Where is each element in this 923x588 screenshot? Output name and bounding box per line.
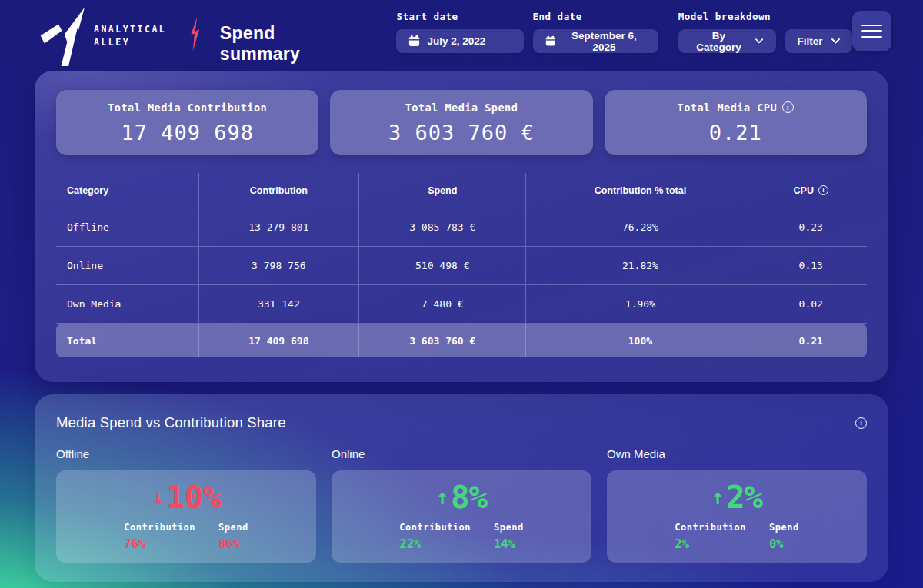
- delta-indicator: ↑ 8%: [436, 482, 488, 513]
- spend-value: 14%: [494, 537, 524, 551]
- category-dropdown[interactable]: By Category: [678, 29, 776, 53]
- table-row-online: Online 3 798 756 510 498 € 21.82% 0.13: [56, 247, 867, 285]
- share-column-offline: Offline ↓ 10% Contribution 76% Spend 86%: [56, 447, 316, 563]
- col-header-cpu: CPU i: [755, 173, 867, 208]
- total-cpu-card: Total Media CPU i 0.21: [605, 90, 867, 155]
- spend-vs-contribution-panel: Media Spend vs Contribution Share i Offl…: [35, 394, 888, 582]
- cell-contribution: 17 409 698: [199, 324, 360, 357]
- contribution-value: 2%: [675, 537, 746, 551]
- info-icon[interactable]: i: [782, 101, 794, 113]
- arrow-up-icon: ↑: [436, 487, 448, 507]
- filter-dropdown-label: Filter: [798, 35, 823, 47]
- top-bar: ANALYTICAL ALLEY Spend summary Start dat…: [0, 0, 923, 71]
- spend-value: 0%: [769, 537, 799, 551]
- delta-value: 8%: [451, 482, 487, 513]
- cell-cpu: 0.13: [755, 247, 867, 285]
- brand-logo: ANALYTICAL ALLEY: [37, 6, 166, 66]
- cell-category: Total: [56, 324, 199, 357]
- delta-indicator: ↓ 10%: [152, 482, 221, 513]
- cell-contribution: 13 279 801: [199, 208, 360, 247]
- share-card-online: ↑ 8% Contribution 22% Spend 14%: [332, 470, 591, 563]
- arrow-up-icon: ↑: [711, 487, 724, 507]
- cell-category: Offline: [56, 208, 199, 247]
- info-icon[interactable]: i: [818, 185, 828, 195]
- category-label: Online: [332, 447, 591, 460]
- category-table: Category Contribution Spend Contribution…: [56, 173, 867, 357]
- start-date-picker[interactable]: July 2, 2022: [396, 29, 523, 53]
- card-value: 17 409 698: [121, 121, 254, 145]
- table-row-total: Total 17 409 698 3 603 760 € 100% 0.21: [56, 324, 867, 357]
- card-value: 0.21: [709, 121, 762, 145]
- contribution-value: 76%: [124, 537, 195, 551]
- arrow-down-icon: ↓: [152, 487, 164, 507]
- total-spend-card: Total Media Spend 3 603 760 €: [330, 90, 592, 155]
- chevron-down-icon: [831, 38, 840, 44]
- delta-value: 2%: [726, 482, 762, 513]
- filter-dropdown[interactable]: Filter: [785, 29, 852, 53]
- card-title: Total Media Contribution: [108, 101, 267, 114]
- share-cards-grid: Offline ↓ 10% Contribution 76% Spend 86%: [56, 447, 867, 563]
- section-title: Media Spend vs Contribution Share: [56, 414, 286, 431]
- contribution-stat: Contribution 22%: [399, 522, 471, 551]
- spend-summary-panel: Total Media Contribution 17 409 698 Tota…: [35, 71, 888, 382]
- card-title: Total Media CPU i: [678, 101, 794, 114]
- cell-contribution: 3 798 756: [199, 247, 360, 285]
- chevron-down-icon: [755, 38, 763, 44]
- col-header-category: Category: [56, 173, 199, 208]
- contribution-stat: Contribution 2%: [675, 522, 746, 551]
- cell-cpu: 0.23: [755, 208, 867, 247]
- cell-category: Own Media: [56, 285, 199, 324]
- calendar-icon: [408, 35, 420, 47]
- cell-spend: 3 085 783 €: [359, 208, 526, 247]
- cell-contribution-pct: 21.82%: [526, 247, 755, 285]
- card-value: 3 603 760 €: [388, 121, 535, 145]
- col-header-contribution-pct: Contribution % total: [526, 173, 755, 208]
- menu-icon: [861, 25, 882, 27]
- info-icon[interactable]: i: [855, 417, 867, 429]
- cell-contribution-pct: 100%: [526, 324, 755, 357]
- delta-value: 10%: [166, 482, 221, 513]
- col-header-contribution: Contribution: [199, 173, 360, 208]
- share-card-offline: ↓ 10% Contribution 76% Spend 86%: [56, 470, 316, 563]
- total-contribution-card: Total Media Contribution 17 409 698: [56, 90, 318, 155]
- contribution-value: 22%: [399, 537, 471, 551]
- cell-contribution-pct: 1.90%: [526, 285, 755, 324]
- cell-spend: 7 480 €: [359, 285, 526, 324]
- share-column-own-media: Own Media ↑ 2% Contribution 2% Spend 0%: [607, 447, 867, 563]
- start-date-value: July 2, 2022: [427, 35, 485, 47]
- share-column-online: Online ↑ 8% Contribution 22% Spend 14%: [332, 447, 591, 563]
- end-date-value: September 6, 2025: [562, 30, 645, 53]
- cell-cpu: 0.02: [755, 285, 867, 324]
- category-dropdown-value: By Category: [691, 30, 748, 53]
- delta-indicator: ↑ 2%: [711, 482, 763, 513]
- start-date-field: Start date July 2, 2022: [396, 11, 523, 53]
- category-label: Own Media: [607, 447, 867, 460]
- cell-spend: 510 498 €: [359, 247, 526, 285]
- page-title: Spend summary: [220, 23, 357, 65]
- spend-value: 86%: [218, 537, 248, 551]
- end-date-label: End date: [533, 11, 658, 22]
- contribution-stat: Contribution 76%: [124, 522, 195, 551]
- table-row-own-media: Own Media 331 142 7 480 € 1.90% 0.02: [56, 285, 867, 324]
- menu-button[interactable]: [852, 11, 891, 51]
- calendar-icon: [545, 35, 556, 47]
- cell-contribution: 331 142: [199, 285, 360, 324]
- lightning-bolt-icon: [189, 17, 202, 52]
- start-date-label: Start date: [396, 11, 523, 22]
- model-breakdown-label: Model breakdown: [678, 11, 852, 22]
- brand-name: ANALYTICAL ALLEY: [94, 23, 166, 50]
- category-label: Offline: [56, 447, 316, 460]
- model-breakdown-field: Model breakdown By Category Filter: [678, 11, 852, 53]
- summary-cards-row: Total Media Contribution 17 409 698 Tota…: [56, 90, 867, 155]
- end-date-picker[interactable]: September 6, 2025: [533, 29, 658, 53]
- card-title: Total Media Spend: [405, 101, 518, 114]
- share-card-own-media: ↑ 2% Contribution 2% Spend 0%: [607, 470, 867, 563]
- spend-stat: Spend 86%: [218, 522, 248, 551]
- table-row-offline: Offline 13 279 801 3 085 783 € 76.28% 0.…: [56, 208, 867, 247]
- col-header-spend: Spend: [359, 173, 526, 208]
- cell-contribution-pct: 76.28%: [526, 208, 755, 247]
- end-date-field: End date September 6, 2025: [533, 11, 658, 53]
- cell-category: Online: [56, 247, 199, 285]
- cell-spend: 3 603 760 €: [359, 324, 526, 357]
- spend-stat: Spend 14%: [494, 522, 524, 551]
